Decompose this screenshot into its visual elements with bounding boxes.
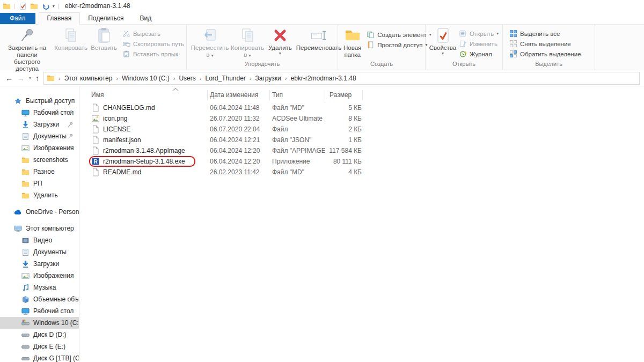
copy-button[interactable]: Копировать bbox=[53, 26, 89, 52]
sidebar-item[interactable]: Разное bbox=[0, 166, 79, 178]
invert-selection-button[interactable]: Обратить выделение bbox=[509, 50, 581, 58]
qat-caret-down-icon[interactable]: ▾ bbox=[53, 4, 55, 9]
sidebar-item[interactable]: Рабочий стол bbox=[0, 107, 79, 119]
sidebar-item[interactable]: Изображения bbox=[0, 270, 79, 282]
sidebar-item[interactable]: Видео bbox=[0, 234, 79, 246]
properties-button[interactable]: Свойства ▾ bbox=[428, 26, 458, 56]
sidebar-item[interactable]: Диск E (E:) bbox=[0, 341, 79, 352]
tab-home[interactable]: Главная bbox=[39, 12, 80, 25]
file-row[interactable]: Rr2modman-Setup-3.1.48.exe06.04.2024 12:… bbox=[79, 156, 644, 167]
qat-new-folder-icon[interactable] bbox=[30, 2, 38, 10]
sidebar-item[interactable]: Диск G [1TB] (G:) bbox=[0, 352, 79, 362]
sidebar-item[interactable]: Рабочий стол bbox=[0, 305, 79, 317]
cut-button[interactable]: Вырезать bbox=[122, 29, 184, 38]
new-item-button[interactable]: Создать элемент ▾ bbox=[367, 31, 431, 39]
sidebar-item[interactable]: Объемные объекты bbox=[0, 293, 79, 305]
file-type: Файл "APPIMAGE" bbox=[270, 147, 325, 154]
sidebar-item[interactable]: Быстрый доступ bbox=[0, 95, 79, 107]
new-folder-button[interactable]: Новая папка bbox=[341, 26, 363, 59]
history-button[interactable]: Журнал bbox=[459, 50, 499, 58]
file-row[interactable]: CHANGELOG.md06.04.2024 11:48Файл "MD"5 К… bbox=[79, 102, 644, 113]
sidebar-item[interactable]: screenshots bbox=[0, 154, 79, 166]
breadcrumb-chevron-icon[interactable]: › bbox=[116, 75, 118, 82]
breadcrumb-item[interactable]: ebkr-r2modman-3.1.48 bbox=[291, 75, 356, 82]
breadcrumb-chevron-icon[interactable]: › bbox=[250, 75, 252, 82]
sidebar-item[interactable]: Изображения bbox=[0, 142, 79, 154]
sidebar-item-label: OneDrive - Personal bbox=[26, 208, 79, 216]
file-row[interactable]: manifest.json06.04.2024 12:21Файл "JSON"… bbox=[79, 135, 644, 145]
column-header-type[interactable]: Тип bbox=[270, 90, 325, 100]
file-row[interactable]: LICENSE06.07.2020 22:04Файл2 КБ bbox=[79, 124, 644, 135]
scissors-icon bbox=[122, 29, 130, 38]
breadcrumb-item[interactable]: Загрузки bbox=[255, 75, 281, 82]
forward-button[interactable]: → bbox=[17, 75, 25, 82]
copy-to-button[interactable]: Копировать в ▾ bbox=[229, 26, 266, 59]
column-header-name[interactable]: Имя bbox=[91, 90, 208, 100]
sidebar-item[interactable]: Этот компьютер bbox=[0, 223, 79, 234]
delete-button[interactable]: Удалить ▾ bbox=[266, 26, 294, 56]
file-row[interactable]: README.md26.02.2023 11:42Файл "MD"4 КБ bbox=[79, 167, 644, 178]
caret-down-icon: ▾ bbox=[279, 51, 281, 56]
address-field[interactable]: ›Этот компьютер›Windows 10 (C:)›Users›Lo… bbox=[43, 72, 640, 85]
qat-properties-icon[interactable] bbox=[19, 2, 27, 10]
file-row[interactable]: r2modman-3.1.48.AppImage06.04.2024 12:20… bbox=[79, 145, 644, 156]
pictures-icon bbox=[21, 144, 30, 152]
sidebar-item[interactable]: Загрузки bbox=[0, 258, 79, 270]
move-to-button[interactable]: Переместить в ▾ bbox=[191, 26, 229, 59]
breadcrumb-item[interactable]: Этот компьютер bbox=[64, 75, 113, 82]
history-caret-icon[interactable]: ▾ bbox=[29, 75, 31, 82]
group-label-select: Выделить bbox=[503, 61, 595, 70]
easy-access-button[interactable]: Простой доступ ▾ bbox=[367, 41, 431, 49]
sidebar-item[interactable]: Музыка bbox=[0, 282, 79, 293]
tab-view[interactable]: Вид bbox=[131, 13, 159, 24]
easy-access-icon bbox=[367, 41, 375, 49]
pin-to-quick-access-button[interactable]: Закрепить на панели быстрого доступа bbox=[1, 26, 53, 73]
edit-button[interactable]: Изменить bbox=[459, 40, 499, 48]
sidebar-item-label: Windows 10 (C:) bbox=[33, 319, 79, 327]
open-button[interactable]: Открыть ▾ bbox=[459, 29, 499, 38]
breadcrumb-chevron-icon[interactable]: › bbox=[285, 75, 287, 82]
breadcrumb-chevron-icon[interactable]: › bbox=[200, 75, 202, 82]
divider: | bbox=[58, 3, 60, 9]
sidebar-item-label: Документы bbox=[33, 132, 67, 140]
breadcrumb-chevron-icon[interactable]: › bbox=[173, 75, 175, 82]
breadcrumb-chevron-icon[interactable]: › bbox=[58, 75, 61, 82]
sidebar-item-label: Объемные объекты bbox=[33, 295, 79, 303]
breadcrumb-item[interactable]: Users bbox=[179, 75, 195, 82]
sidebar-item[interactable]: Документы bbox=[0, 130, 79, 142]
tab-share[interactable]: Поделиться bbox=[80, 13, 131, 24]
breadcrumb-item[interactable]: Windows 10 (C:) bbox=[122, 75, 170, 82]
sidebar-item[interactable]: Диск D (D:) bbox=[0, 329, 79, 341]
sidebar-item[interactable]: Удалить bbox=[0, 189, 79, 201]
file-size: 5 КБ bbox=[325, 104, 363, 112]
qat-undo-icon[interactable] bbox=[41, 2, 49, 10]
location-folder-icon bbox=[47, 74, 55, 82]
paste-shortcut-button[interactable]: Вставить ярлык bbox=[122, 50, 184, 58]
up-button[interactable]: ↑ bbox=[35, 75, 39, 82]
back-button[interactable]: ← bbox=[5, 75, 13, 82]
divider: | bbox=[14, 3, 16, 9]
file-file-icon bbox=[91, 104, 100, 112]
sidebar-item[interactable]: Загрузки bbox=[0, 119, 79, 130]
file-name: manifest.json bbox=[103, 136, 141, 144]
sidebar-item-label: РП bbox=[33, 180, 42, 187]
new-folder-icon bbox=[344, 27, 361, 44]
breadcrumb-item[interactable]: Lord_Thunder bbox=[205, 75, 245, 82]
column-header-size[interactable]: Размер bbox=[325, 90, 363, 100]
select-all-button[interactable]: Выделить все bbox=[509, 29, 581, 38]
select-none-button[interactable]: Снять выделение bbox=[509, 40, 581, 48]
column-header-date[interactable]: Дата изменения bbox=[208, 90, 270, 100]
sidebar-item[interactable]: РП bbox=[0, 178, 79, 189]
sidebar-item[interactable]: Windows 10 (C:) bbox=[0, 317, 79, 329]
sidebar-item[interactable]: OneDrive - Personal bbox=[0, 206, 79, 218]
move-to-icon bbox=[201, 27, 218, 44]
documents-icon bbox=[21, 132, 30, 141]
file-date-modified: 26.07.2020 11:32 bbox=[208, 115, 270, 122]
file-row[interactable]: icon.png26.07.2020 11:32ACDSee Ultimate … bbox=[79, 113, 644, 124]
open-icon bbox=[459, 29, 467, 38]
sidebar-item[interactable]: Документы bbox=[0, 246, 79, 258]
tab-file[interactable]: Файл bbox=[0, 13, 35, 24]
rename-button[interactable]: Переименовать bbox=[294, 26, 343, 52]
copy-path-button[interactable]: Скопировать путь bbox=[122, 40, 184, 48]
paste-button[interactable]: Вставить bbox=[89, 26, 119, 52]
